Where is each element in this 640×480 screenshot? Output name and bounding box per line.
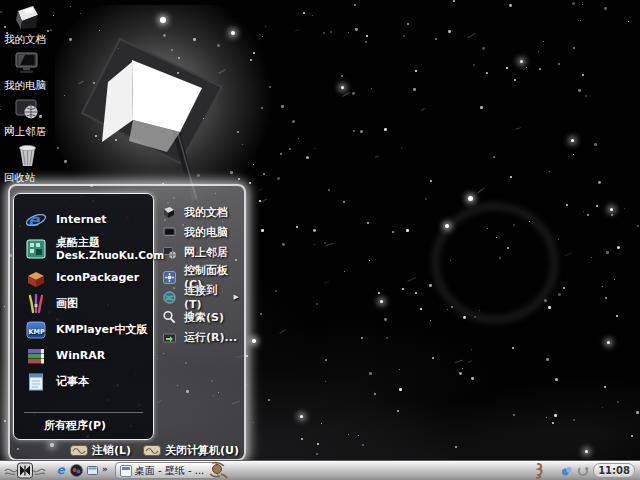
menu-item-label: 运行(R)... (184, 330, 237, 345)
log-off-button[interactable]: 注销(L) (70, 443, 131, 458)
network-places-small-icon (162, 245, 177, 260)
log-off-label: 注销(L) (92, 443, 131, 458)
flourish-ornament-icon (207, 460, 229, 480)
start-menu-item-notepad[interactable]: 记事本 (14, 369, 153, 394)
menu-item-label: 搜索(S) (184, 310, 224, 325)
desktop-icon-my-documents[interactable]: 我的文档 (4, 2, 74, 46)
menu-item-label: WinRAR (56, 350, 105, 362)
shutdown-button[interactable]: 关闭计算机(U) (143, 443, 239, 458)
my-documents-icon (12, 2, 42, 32)
desktop-icon-label: 我的文档 (4, 33, 46, 46)
quick-launch-bar: e » (51, 464, 111, 477)
start-button[interactable] (3, 462, 47, 479)
notepad-icon (25, 371, 47, 393)
menu-item-label: Internet (56, 214, 107, 226)
desktop-icon-column: 我的文档 我的电脑 网上邻居 (4, 2, 74, 184)
desktop-icon-label: 我的电脑 (4, 79, 46, 92)
all-programs-button[interactable]: 所有程序(P) (14, 413, 153, 433)
start-menu-item-paint[interactable]: 画图 (14, 291, 153, 316)
paint-icon (25, 293, 47, 315)
desktop-icon-label: 网上邻居 (4, 125, 46, 138)
shutdown-label: 关闭计算机(U) (165, 443, 239, 458)
system-tray: 11:08 (532, 463, 637, 479)
internet-explorer-icon: e (25, 209, 47, 231)
iconpackager-icon (25, 267, 47, 289)
menu-item-label: 桌酷主题 (56, 236, 100, 249)
shutdown-emblem-icon (143, 445, 161, 456)
task-window-icon (120, 465, 132, 477)
task-button-label: 桌面 - 壁纸 - ... (135, 464, 204, 478)
desktop-icon-label: 回收站 (4, 171, 36, 184)
start-menu-item-run[interactable]: 运行(R)... (157, 327, 241, 347)
zhuoku-theme-icon (25, 238, 47, 260)
start-menu-item-zhuoku-theme[interactable]: 桌酷主题 Desk.ZhuoKu.Com (14, 233, 153, 264)
quicklaunch-show-desktop-icon[interactable] (86, 464, 99, 477)
start-menu-places-panel: 我的文档 我的电脑 (157, 202, 241, 440)
start-menu-item-my-documents[interactable]: 我的文档 (157, 202, 241, 222)
kmplayer-icon: KMP (25, 319, 47, 341)
start-menu-item-network-places[interactable]: 网上邻居 (157, 242, 241, 262)
network-places-icon (12, 94, 42, 124)
street-lamp-icon (55, 5, 285, 210)
desktop-icon-recycle-bin[interactable]: 回收站 (4, 140, 74, 184)
start-menu-item-iconpackager[interactable]: IconPackager (14, 265, 153, 290)
quicklaunch-overflow-chevron[interactable]: » (102, 464, 108, 474)
taskbar-task-button[interactable]: 桌面 - 壁纸 - ... (115, 462, 218, 479)
svg-text:e: e (28, 210, 41, 230)
tray-messenger-icon[interactable] (561, 465, 573, 477)
butterfly-emblem-icon (3, 462, 47, 479)
menu-item-label: 我的文档 (184, 205, 228, 220)
log-off-emblem-icon (70, 445, 88, 456)
svg-text:KMP: KMP (29, 327, 46, 335)
start-menu-item-internet[interactable]: e Internet (14, 207, 153, 232)
desktop: 我的文档 我的电脑 网上邻居 (0, 0, 640, 480)
start-menu-pinned-panel: e Internet 桌酷主题 Desk.ZhuoKu.Com (13, 193, 154, 440)
my-computer-icon (12, 48, 42, 78)
run-icon (162, 330, 177, 345)
submenu-arrow-icon: ▶ (234, 293, 239, 301)
search-icon (162, 310, 177, 325)
start-menu-item-winrar[interactable]: WinRAR (14, 343, 153, 368)
menu-item-label: 网上邻居 (184, 245, 228, 260)
seahorse-ornament-icon (532, 463, 545, 479)
bokeh-ring (432, 203, 558, 323)
start-menu: e Internet 桌酷主题 Desk.ZhuoKu.Com (8, 184, 246, 461)
start-menu-item-my-computer[interactable]: 我的电脑 (157, 222, 241, 242)
my-computer-small-icon (162, 225, 177, 240)
start-menu-item-connect-to[interactable]: 连接到(T) ▶ (157, 287, 241, 307)
taskbar-clock[interactable]: 11:08 (593, 463, 635, 478)
start-menu-bottom-bar: 注销(L) 关闭计算机(U) (13, 442, 239, 458)
start-menu-item-search[interactable]: 搜索(S) (157, 307, 241, 327)
taskbar: e » 桌面 - 壁纸 - ... (0, 460, 640, 480)
desktop-icon-network-places[interactable]: 网上邻居 (4, 94, 74, 138)
quicklaunch-kmplayer-icon[interactable] (70, 464, 83, 477)
menu-item-label: 记事本 (56, 376, 89, 388)
menu-item-label: 画图 (56, 298, 78, 310)
menu-item-label: 我的电脑 (184, 225, 228, 240)
menu-item-sublabel: Desk.ZhuoKu.Com (56, 249, 164, 261)
winrar-icon (25, 345, 47, 367)
desktop-icon-my-computer[interactable]: 我的电脑 (4, 48, 74, 92)
my-documents-small-icon (162, 205, 177, 220)
connect-to-icon (162, 290, 177, 305)
menu-item-label: IconPackager (56, 272, 139, 284)
control-panel-icon (162, 270, 177, 285)
recycle-bin-icon (12, 140, 42, 170)
start-menu-item-kmplayer[interactable]: KMP KMPlayer中文版 (14, 317, 153, 342)
quicklaunch-internet-explorer-icon[interactable]: e (54, 464, 67, 477)
tray-update-icon[interactable] (577, 465, 589, 477)
menu-item-label: KMPlayer中文版 (56, 324, 147, 336)
